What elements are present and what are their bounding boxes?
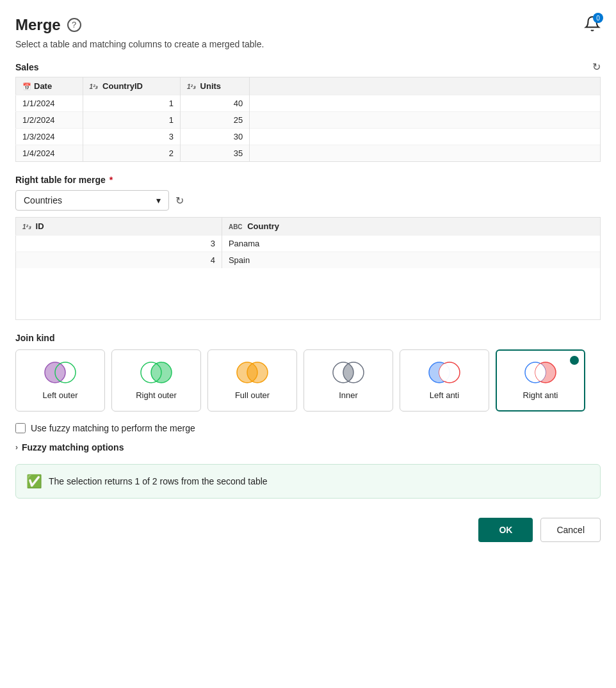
table-row: 4Spain [16, 252, 601, 269]
table-row: 1/4/2024235 [16, 145, 601, 162]
join-right-anti-label: Right anti [523, 390, 558, 400]
sales-col-date: 📅Date [16, 77, 83, 95]
cancel-button[interactable]: Cancel [540, 518, 601, 542]
fuzzy-matching-label: Use fuzzy matching to perform the merge [31, 423, 195, 433]
notification-icon[interactable]: 0 [584, 15, 601, 34]
sales-refresh-button[interactable]: ↻ [592, 61, 601, 73]
fuzzy-options-label: Fuzzy matching options [22, 442, 124, 452]
join-option-right-anti[interactable]: Right anti [496, 349, 585, 412]
table-row: 3Panama [16, 236, 601, 252]
sales-col-empty [250, 77, 601, 95]
left-anti-venn-icon [428, 361, 461, 384]
join-option-full-outer[interactable]: Full outer [207, 349, 297, 412]
inner-venn-icon [332, 361, 365, 384]
countries-table: 1²₃ ID ABC Country 3Panama 4Spain [15, 217, 601, 320]
join-left-anti-label: Left anti [430, 390, 459, 400]
sales-col-units: 1²₃ Units [181, 77, 250, 95]
right-anti-venn-icon [524, 361, 557, 384]
table-row: 1/1/2024140 [16, 95, 601, 112]
sales-section-label: Sales ↻ [15, 61, 601, 73]
join-full-outer-label: Full outer [235, 390, 270, 400]
table-row: 1/2/2024125 [16, 112, 601, 129]
svg-point-5 [247, 362, 268, 383]
help-icon[interactable]: ? [67, 18, 81, 32]
check-circle-icon: ✅ [26, 474, 42, 489]
table-row-empty [16, 268, 601, 319]
subtitle-text: Select a table and matching columns to c… [15, 39, 601, 49]
join-left-outer-label: Left outer [43, 390, 78, 400]
join-option-left-anti[interactable]: Left anti [400, 349, 489, 412]
table-row: 1/3/2024330 [16, 129, 601, 145]
sales-table: 📅Date 1²₃ CountryID 1²₃ Units 1/1/202414… [15, 77, 601, 162]
sales-col-countryid: 1²₃ CountryID [83, 77, 180, 95]
ok-button[interactable]: OK [478, 518, 533, 542]
dropdown-row: Countries ▾ ↻ [15, 190, 601, 211]
title-area: Merge ? [15, 16, 81, 34]
left-outer-venn-icon [44, 361, 77, 384]
fuzzy-options-row[interactable]: › Fuzzy matching options [15, 442, 601, 452]
selected-indicator [570, 356, 579, 365]
join-option-inner[interactable]: Inner [304, 349, 393, 412]
full-outer-venn-icon [236, 361, 269, 384]
right-table-dropdown[interactable]: Countries ▾ [15, 190, 169, 211]
notification-badge: 0 [593, 13, 603, 23]
join-option-left-outer[interactable]: Left outer [15, 349, 105, 412]
join-kind-label: Join kind [15, 333, 601, 343]
fuzzy-matching-checkbox[interactable] [15, 423, 26, 433]
chevron-right-icon: › [15, 443, 18, 452]
join-option-right-outer[interactable]: Right outer [111, 349, 201, 412]
chevron-down-icon: ▾ [156, 195, 161, 205]
page-title: Merge [15, 16, 61, 34]
join-inner-label: Inner [339, 390, 358, 400]
svg-point-3 [151, 362, 172, 383]
join-right-outer-label: Right outer [136, 390, 177, 400]
action-row: OK Cancel [15, 518, 601, 542]
fuzzy-matching-row[interactable]: Use fuzzy matching to perform the merge [15, 423, 601, 433]
status-banner: ✅ The selection returns 1 of 2 rows from… [15, 464, 601, 499]
right-table-refresh-button[interactable]: ↻ [175, 195, 184, 207]
countries-col-country: ABC Country [222, 218, 600, 236]
right-table-label: Right table for merge * [15, 175, 601, 185]
dialog-header: Merge ? 0 [15, 15, 601, 34]
right-outer-venn-icon [140, 361, 173, 384]
status-message: The selection returns 1 of 2 rows from t… [49, 476, 268, 486]
required-indicator: * [109, 175, 113, 185]
join-kind-options: Left outer Right outer Full outer Inner [15, 349, 601, 412]
countries-col-id: 1²₃ ID [16, 218, 222, 236]
